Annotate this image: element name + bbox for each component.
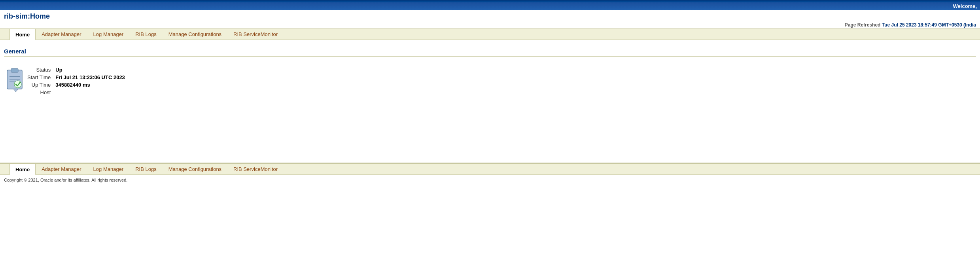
status-value: Up (54, 66, 127, 74)
welcome-text: Welcome, (953, 3, 977, 9)
bottom-nav-container: Home Adapter Manager Log Manager RIB Log… (0, 163, 980, 175)
nav-tab-rib-service-monitor[interactable]: RIB ServiceMonitor (227, 29, 284, 40)
copyright: Copyright © 2021, Oracle and/or its affi… (0, 175, 980, 185)
page-refreshed-label: Page Refreshed (845, 22, 881, 28)
page-refreshed: Page Refreshed Tue Jul 25 2023 18:57:49 … (0, 21, 980, 28)
start-time-label: Start Time (26, 74, 54, 81)
welcome-bar: Welcome, (0, 2, 980, 10)
page-title: rib-sim:Home (0, 10, 980, 21)
status-label: Status (26, 66, 54, 74)
svg-marker-7 (13, 89, 18, 92)
bottom-nav-tab-adapter-manager[interactable]: Adapter Manager (36, 164, 87, 174)
nav-tab-adapter-manager[interactable]: Adapter Manager (36, 29, 87, 40)
up-time-label: Up Time (26, 81, 54, 89)
bottom-nav-tab-manage-configurations[interactable]: Manage Configurations (163, 164, 227, 174)
status-icon (4, 66, 26, 93)
top-nav: Home Adapter Manager Log Manager RIB Log… (0, 28, 980, 40)
bottom-nav-tab-rib-logs[interactable]: RIB Logs (129, 164, 162, 174)
status-table: Status Up Start Time Fri Jul 21 13:23:06… (26, 66, 127, 96)
nav-tab-rib-logs[interactable]: RIB Logs (129, 29, 162, 40)
up-time-value: 345882440 ms (54, 81, 127, 89)
nav-tab-manage-configurations[interactable]: Manage Configurations (163, 29, 227, 40)
svg-rect-1 (11, 68, 18, 72)
host-label: Host (26, 89, 54, 96)
bottom-nav-tab-rib-service-monitor[interactable]: RIB ServiceMonitor (227, 164, 284, 174)
status-area: Status Up Start Time Fri Jul 21 13:23:06… (4, 62, 976, 100)
bottom-nav-tab-home[interactable]: Home (9, 164, 36, 175)
start-time-value: Fri Jul 21 13:23:06 UTC 2023 (54, 74, 127, 81)
page-refreshed-datetime: Tue Jul 25 2023 18:57:49 GMT+0530 (India (880, 22, 976, 28)
host-value (54, 89, 127, 96)
nav-tab-log-manager[interactable]: Log Manager (87, 29, 130, 40)
main-content: General Status (0, 40, 980, 159)
nav-tab-home[interactable]: Home (9, 29, 36, 40)
bottom-nav-tab-log-manager[interactable]: Log Manager (87, 164, 130, 174)
general-section-title: General (4, 48, 976, 57)
bottom-nav: Home Adapter Manager Log Manager RIB Log… (0, 163, 980, 175)
